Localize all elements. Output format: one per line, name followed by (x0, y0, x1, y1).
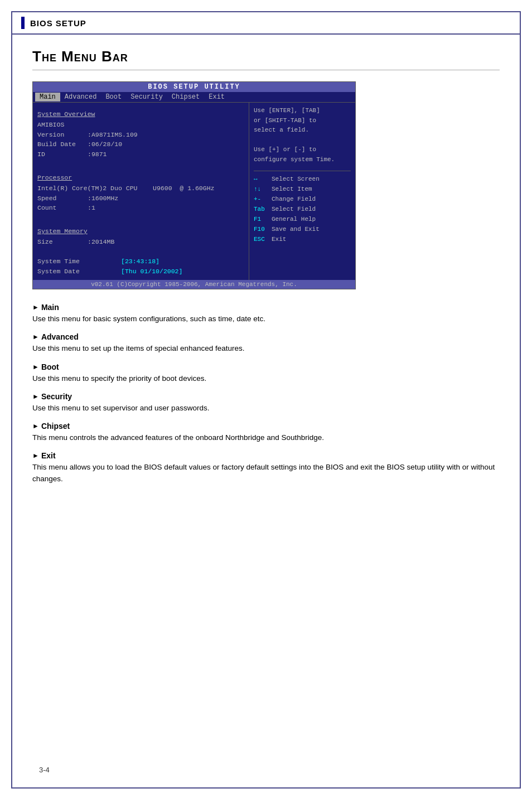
bios-keys-section: ↔ Select Screen ↑↓ Select Item +- Change… (254, 171, 351, 244)
desc-chipset: ► Chipset This menu controls the advance… (32, 422, 500, 443)
section-title: The Menu Bar (32, 48, 500, 65)
bios-menu-bar: Main Advanced Boot Security Chipset Exit (33, 92, 355, 103)
bios-help-text: Use [ENTER], [TAB] or [SHIFT-TAB] to sel… (254, 106, 351, 165)
arrow-icon-main: ► (32, 303, 39, 311)
title-divider (32, 70, 500, 70)
desc-boot-text: Use this menu to specify the priority of… (32, 373, 500, 384)
desc-boot-heading: ► Boot (32, 362, 500, 371)
bios-menu-main[interactable]: Main (35, 93, 60, 101)
desc-main-text: Use this menu for basic system configura… (32, 313, 500, 325)
desc-main: ► Main Use this menu for basic system co… (32, 303, 500, 325)
bios-menu-boot[interactable]: Boot (101, 93, 126, 101)
desc-security-heading: ► Security (32, 392, 500, 401)
bios-count-row: Count :1 (37, 203, 244, 213)
bios-menu-exit[interactable]: Exit (204, 93, 229, 101)
bios-menu-chipset[interactable]: Chipset (167, 93, 204, 101)
desc-security: ► Security Use this menu to set supervis… (32, 392, 500, 414)
arrow-icon-boot: ► (32, 363, 39, 371)
desc-exit-text: This menu allows you to load the BIOS de… (32, 462, 500, 485)
bios-footer: v02.61 (C)Copyright 1985-2006, American … (33, 280, 355, 289)
desc-exit-heading: ► Exit (32, 451, 500, 460)
bios-time-row: System Time [23:43:18] (37, 257, 244, 267)
arrow-icon-chipset: ► (32, 422, 39, 430)
key-save-exit: F10 Save and Exit (254, 225, 351, 234)
desc-boot: ► Boot Use this menu to specify the prio… (32, 362, 500, 384)
bios-section-processor: Processor (37, 173, 244, 183)
arrow-icon-security: ► (32, 393, 39, 400)
bios-date-row: System Date [Thu 01/10/2002] (37, 267, 244, 277)
bios-speed-row: Speed :1600MHz (37, 194, 244, 204)
bios-right-panel: Use [ENTER], [TAB] or [SHIFT-TAB] to sel… (249, 103, 355, 280)
arrow-icon-advanced: ► (32, 333, 39, 341)
key-general-help: F1 General Help (254, 215, 351, 224)
bios-section-overview: System Overview (37, 109, 244, 119)
desc-chipset-text: This menu controls the advanced features… (32, 432, 500, 443)
page-header-title: BIOS SETUP (30, 18, 86, 28)
page-header: BIOS SETUP (12, 12, 520, 35)
bios-section-memory: System Memory (37, 226, 244, 236)
arrow-icon-exit: ► (32, 452, 39, 460)
page-number: 3-4 (39, 766, 50, 774)
bios-version-row: Version :A9871IMS.109 (37, 130, 244, 140)
desc-advanced-text: Use this menu to set up the items of spe… (32, 343, 500, 354)
bios-amibios-label: AMIBIOS (37, 120, 244, 130)
key-select-field: Tab Select Field (254, 205, 351, 214)
desc-main-heading: ► Main (32, 303, 500, 312)
descriptions-section: ► Main Use this menu for basic system co… (32, 303, 500, 485)
bios-left-panel: System Overview AMIBIOS Version :A9871IM… (33, 103, 249, 280)
desc-advanced: ► Advanced Use this menu to set up the i… (32, 332, 500, 354)
bios-menu-security[interactable]: Security (126, 93, 167, 101)
bios-title-bar: BIOS SETUP UTILITY (33, 82, 355, 92)
blue-accent-bar (21, 17, 25, 29)
desc-exit: ► Exit This menu allows you to load the … (32, 451, 500, 485)
bios-processor-line: Intel(R) Core(TM)2 Duo CPU U9600 @ 1.60G… (37, 183, 244, 194)
key-select-item: ↑↓ Select Item (254, 185, 351, 194)
key-esc-exit: ESC Exit (254, 235, 351, 244)
desc-advanced-heading: ► Advanced (32, 332, 500, 341)
bios-screen: BIOS SETUP UTILITY Main Advanced Boot Se… (32, 81, 356, 289)
key-change-field: +- Change Field (254, 195, 351, 204)
bios-size-row: Size :2014MB (37, 237, 244, 247)
desc-chipset-heading: ► Chipset (32, 422, 500, 431)
bios-build-row: Build Date :06/28/10 (37, 139, 244, 149)
bios-id-row: ID :9871 (37, 149, 244, 159)
key-select-screen: ↔ Select Screen (254, 175, 351, 184)
bios-menu-advanced[interactable]: Advanced (60, 93, 101, 101)
desc-security-text: Use this menu to set supervisor and user… (32, 403, 500, 414)
